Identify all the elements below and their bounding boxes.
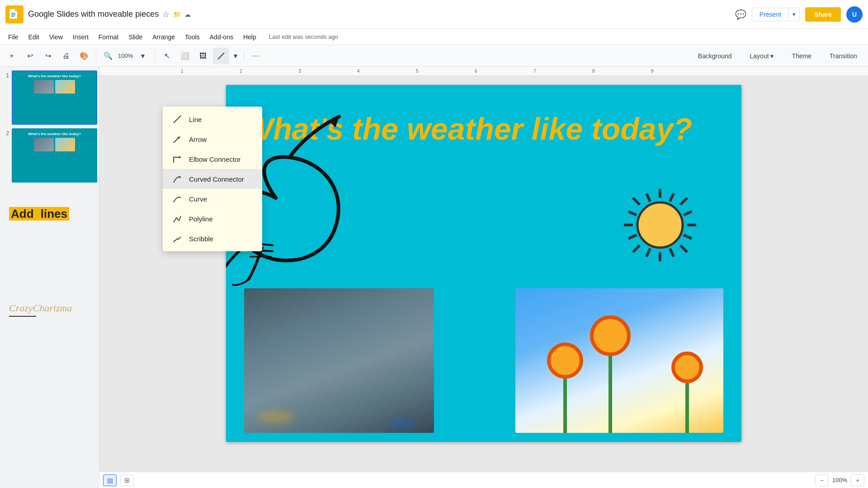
line-tool-dropdown[interactable]: ▾: [231, 48, 240, 64]
transition-button[interactable]: Transition: [822, 50, 864, 62]
present-button[interactable]: Present: [752, 8, 789, 21]
paint-format-button[interactable]: 🎨: [76, 48, 92, 64]
toolbar: + ↩ ↪ 🖨 🎨 🔍 100% ▾ ↖ ⬜ 🖼 ▾ ⋯ Background …: [0, 45, 868, 67]
add-button[interactable]: +: [4, 48, 20, 64]
dropdown-item-scribble[interactable]: Scribble: [163, 229, 262, 249]
svg-line-5: [218, 53, 224, 59]
slide-2-question: What's the weather like today?: [28, 132, 81, 136]
last-edit-status: Last edit was seconds ago: [269, 33, 338, 40]
branding-text: CrazyCharizma: [9, 302, 90, 314]
ruler-horizontal: 1 2 3 4 5 6 7 8 9: [99, 67, 868, 76]
google-slides-logo[interactable]: [5, 5, 24, 23]
menu-arrange[interactable]: Arrange: [148, 32, 179, 42]
thumb-sunny-img-2: [55, 138, 75, 151]
grid-view-button[interactable]: ⊞: [120, 474, 134, 486]
zoom-level: 100%: [118, 52, 133, 59]
menu-slide[interactable]: Slide: [124, 32, 147, 42]
zoom-in-button[interactable]: +: [851, 474, 864, 486]
svg-line-18: [646, 193, 650, 202]
svg-line-19: [670, 193, 674, 202]
present-dropdown-button[interactable]: ▾: [789, 8, 799, 21]
document-title[interactable]: Google Slides with moveable pieces: [28, 9, 159, 19]
svg-line-24: [174, 116, 181, 123]
menu-bar: File Edit View Insert Format Slide Arran…: [0, 29, 868, 45]
redo-button[interactable]: ↪: [40, 48, 56, 64]
menu-insert[interactable]: Insert: [68, 32, 93, 42]
theme-button[interactable]: Theme: [784, 50, 819, 62]
dropdown-label-curved-connector: Curved Connector: [189, 175, 244, 183]
scribble-icon: [172, 233, 183, 244]
zoom-percentage: 100%: [832, 477, 847, 483]
image-tool[interactable]: 🖼: [195, 48, 211, 64]
share-button[interactable]: Share: [805, 7, 841, 22]
svg-line-14: [628, 211, 637, 215]
menu-format[interactable]: Format: [94, 32, 123, 42]
more-tools[interactable]: ⋯: [248, 48, 264, 64]
star-icon[interactable]: ☆: [162, 9, 170, 19]
main-content: 1 2 3 4 5 6 7 8 9 What's the weather lik…: [99, 67, 868, 488]
undo-button[interactable]: ↩: [22, 48, 38, 64]
sun-icon: [619, 184, 701, 266]
menu-tools[interactable]: Tools: [180, 32, 204, 42]
lines-highlight: lines: [39, 207, 69, 221]
menu-addons[interactable]: Add-ons: [205, 32, 238, 42]
zoom-dropdown[interactable]: ▾: [135, 48, 151, 64]
svg-rect-3: [11, 14, 15, 15]
zoom-button[interactable]: 🔍: [100, 48, 116, 64]
branding-underline: [9, 316, 36, 317]
svg-line-11: [680, 245, 687, 252]
folder-icon[interactable]: 📁: [173, 11, 181, 18]
top-bar: Google Slides with moveable pieces ☆ 📁 ☁…: [0, 0, 868, 29]
slide-number-2: 2: [2, 130, 9, 136]
menu-file[interactable]: File: [4, 32, 23, 42]
rain-photo[interactable]: [244, 288, 434, 433]
select-tool[interactable]: ↖: [159, 48, 175, 64]
add-lines-text: Add lines: [9, 207, 90, 221]
background-button[interactable]: Background: [691, 50, 739, 62]
curved-connector-icon: [172, 174, 183, 184]
dropdown-item-line[interactable]: Line: [163, 109, 262, 129]
slide-area: 1 What's the weather like today? 2 What'…: [0, 67, 868, 488]
zoom-controls: − 100% +: [815, 474, 864, 486]
dropdown-item-elbow[interactable]: Elbow Connector: [163, 149, 262, 169]
toolbar-divider-2: [155, 51, 155, 61]
menu-view[interactable]: View: [45, 32, 67, 42]
svg-line-10: [633, 198, 640, 205]
elbow-icon: [172, 154, 183, 164]
slide-view-button[interactable]: ▤: [103, 474, 117, 486]
menu-help[interactable]: Help: [239, 32, 261, 42]
svg-marker-27: [179, 156, 181, 159]
dropdown-item-arrow[interactable]: Arrow: [163, 129, 262, 149]
dropdown-item-curve[interactable]: Curve: [163, 189, 262, 209]
dropdown-label-curve: Curve: [189, 195, 207, 203]
slide-1-question: What's the weather like today?: [28, 74, 81, 78]
cloud-icon[interactable]: ☁: [184, 11, 191, 18]
sun-photo[interactable]: [515, 288, 723, 433]
shape-tool[interactable]: ⬜: [177, 48, 193, 64]
dropdown-item-curved-connector[interactable]: Curved Connector: [163, 169, 262, 189]
slide-preview-2[interactable]: What's the weather like today?: [12, 128, 97, 183]
slide-thumb-1[interactable]: 1 What's the weather like today?: [2, 70, 97, 125]
line-tool-button[interactable]: [213, 48, 229, 64]
dropdown-item-polyline[interactable]: Polyline: [163, 209, 262, 229]
toolbar-divider-3: [244, 51, 244, 61]
svg-line-17: [684, 235, 692, 239]
svg-rect-1: [15, 9, 17, 11]
thumb-rainy-img: [34, 80, 54, 94]
line-dropdown-menu[interactable]: Line Arrow: [163, 107, 262, 251]
zoom-out-button[interactable]: −: [815, 474, 829, 486]
layout-button[interactable]: Layout ▾: [743, 50, 781, 62]
curve-icon: [172, 193, 183, 204]
comment-button[interactable]: 💬: [735, 9, 746, 20]
dropdown-label-arrow: Arrow: [189, 136, 207, 143]
slide-preview-1[interactable]: What's the weather like today?: [12, 70, 97, 125]
canvas-wrap[interactable]: What's the weather like today?: [99, 76, 868, 488]
slide-canvas[interactable]: What's the weather like today?: [226, 85, 741, 442]
menu-edit[interactable]: Edit: [24, 32, 44, 42]
add-prefix: Add: [9, 207, 39, 221]
print-button[interactable]: 🖨: [58, 48, 74, 64]
sidebar-annotation: Add lines CrazyCharizma: [2, 186, 97, 324]
user-avatar[interactable]: U: [846, 6, 863, 23]
dropdown-label-scribble: Scribble: [189, 235, 213, 243]
slide-thumb-2[interactable]: 2 What's the weather like today?: [2, 128, 97, 183]
